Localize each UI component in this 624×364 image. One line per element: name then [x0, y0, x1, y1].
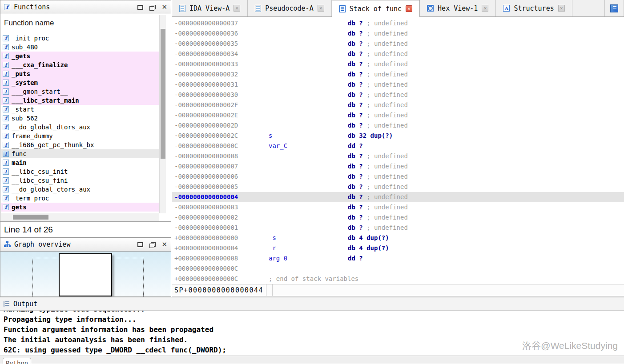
- stack-row[interactable]: -0000000000000036db ? ; undefined: [174, 28, 624, 39]
- stack-row[interactable]: -0000000000000032db ? ; undefined: [174, 69, 624, 80]
- view-tab[interactable]: ✕: [604, 0, 624, 16]
- maximize-icon[interactable]: [137, 5, 143, 10]
- tab-close-icon[interactable]: ✕: [482, 5, 488, 12]
- restore-icon[interactable]: [149, 242, 155, 247]
- stack-comment: ; undefined: [366, 40, 408, 47]
- maximize-icon[interactable]: [137, 242, 143, 247]
- stack-variable-name: arg_0: [269, 253, 348, 264]
- function-row[interactable]: f ___gmon_start__: [1, 87, 159, 96]
- function-row[interactable]: f ___cxa_finalize: [1, 60, 159, 69]
- stack-row[interactable]: +000000000000000C; end of stack variable…: [174, 274, 624, 284]
- python-cli-button[interactable]: Python: [3, 358, 31, 364]
- function-row[interactable]: f __libc_csu_fini: [1, 176, 159, 185]
- stack-directive: db 32 dup(?): [348, 132, 393, 139]
- function-row[interactable]: f sub_4B0: [1, 43, 159, 52]
- stack-row[interactable]: -000000000000002Csdb 32 dup(?): [174, 131, 624, 141]
- function-row[interactable]: f gets: [1, 203, 159, 212]
- stack-row[interactable]: -0000000000000037db ? ; undefined: [174, 18, 624, 28]
- function-name: __do_global_ctors_aux: [12, 186, 90, 193]
- tab-close-icon[interactable]: ✕: [318, 5, 324, 12]
- stack-row[interactable]: -0000000000000031db ? ; undefined: [174, 80, 624, 90]
- function-row[interactable]: f _start: [1, 105, 159, 114]
- tab-label: Pseudocode-A: [265, 4, 313, 12]
- stack-row[interactable]: -0000000000000006db ? ; undefined: [174, 172, 624, 182]
- function-row[interactable]: f _term_proc: [1, 194, 159, 203]
- stack-row[interactable]: -0000000000000002db ? ; undefined: [174, 212, 624, 223]
- function-name: ___libc_start_main: [12, 97, 79, 104]
- function-row[interactable]: f func: [1, 149, 159, 158]
- function-name: _init_proc: [12, 35, 49, 42]
- function-row[interactable]: f frame_dummy: [1, 132, 159, 140]
- stack-directive: db ?: [348, 204, 363, 211]
- stack-row[interactable]: -000000000000002Edb ? ; undefined: [174, 110, 624, 120]
- tab-close-icon[interactable]: ✕: [558, 5, 565, 12]
- stack-row[interactable]: -0000000000000008db ? ; undefined: [174, 151, 624, 161]
- stack-row[interactable]: -0000000000000007db ? ; undefined: [174, 161, 624, 172]
- hexview-icon: [427, 5, 434, 12]
- function-row[interactable]: f __i686_get_pc_thunk_bx: [1, 140, 159, 149]
- view-tab[interactable]: Hex View-1 ✕: [420, 0, 496, 16]
- stack-row[interactable]: -0000000000000004db ? ; undefined: [172, 192, 624, 202]
- close-icon[interactable]: ✕: [161, 242, 167, 247]
- stack-comment: ; undefined: [366, 122, 408, 129]
- stack-row[interactable]: -0000000000000030db ? ; undefined: [174, 90, 624, 100]
- function-name: __do_global_dtors_aux: [12, 124, 90, 131]
- function-row[interactable]: f __do_global_ctors_aux: [1, 185, 159, 194]
- stack-frame-view[interactable]: -0000000000000037db ? ; undefined-000000…: [172, 17, 624, 284]
- stack-row[interactable]: -0000000000000001db ? ; undefined: [174, 223, 624, 233]
- tab-close-icon[interactable]: ✕: [406, 5, 412, 12]
- graph-viewport-box[interactable]: [59, 253, 112, 296]
- function-row[interactable]: f main: [1, 158, 159, 167]
- function-row[interactable]: f _gets: [1, 52, 159, 60]
- function-icon: f: [3, 71, 9, 77]
- stack-offset: -0000000000000006: [174, 172, 269, 182]
- scrollbar-thumb[interactable]: [13, 215, 48, 220]
- function-row[interactable]: f __libc_csu_init: [1, 167, 159, 176]
- function-row[interactable]: f ___libc_start_main: [1, 96, 159, 105]
- view-tab[interactable]: A Structures ✕: [496, 0, 572, 16]
- function-row[interactable]: f _puts: [1, 69, 159, 78]
- stack-row[interactable]: -0000000000000034db ? ; undefined: [174, 49, 624, 59]
- function-row[interactable]: f _init_proc: [1, 34, 159, 43]
- stack-row[interactable]: +000000000000000C: [174, 264, 624, 274]
- view-tab[interactable]: IDA View-A ✕: [172, 0, 248, 16]
- disassembly-icon: [179, 5, 185, 12]
- stack-offset: -0000000000000037: [174, 18, 269, 28]
- scrollbar-thumb[interactable]: [161, 29, 165, 159]
- function-icon: f: [3, 160, 9, 166]
- stack-offset: -0000000000000008: [174, 151, 269, 161]
- stack-row[interactable]: -0000000000000003db ? ; undefined: [174, 202, 624, 212]
- stack-comment: ; undefined: [366, 224, 408, 231]
- stack-comment: ; undefined: [366, 60, 408, 68]
- view-tab[interactable]: Pseudocode-A ✕: [248, 0, 331, 16]
- stack-row[interactable]: -000000000000002Fdb ? ; undefined: [174, 100, 624, 110]
- function-row[interactable]: f __do_global_dtors_aux: [1, 123, 159, 132]
- restore-icon[interactable]: [149, 5, 155, 10]
- functions-horizontal-scrollbar[interactable]: [1, 213, 159, 221]
- stack-row[interactable]: +0000000000000008arg_0dd ?: [174, 253, 624, 264]
- stack-comment: ; undefined: [366, 101, 408, 108]
- stack-offset: +0000000000000004: [174, 243, 269, 253]
- stack-directive: db ?: [348, 224, 363, 231]
- stack-row[interactable]: -000000000000002Ddb ? ; undefined: [174, 120, 624, 131]
- function-row[interactable]: f sub_562: [1, 114, 159, 123]
- stack-row[interactable]: +0000000000000004 rdb 4 dup(?): [174, 243, 624, 253]
- function-name: sub_562: [12, 115, 38, 122]
- function-row[interactable]: f _system: [1, 78, 159, 87]
- stack-row[interactable]: -0000000000000033db ? ; undefined: [174, 59, 624, 69]
- function-icon: f: [3, 124, 9, 130]
- close-icon[interactable]: ✕: [161, 5, 167, 10]
- output-log[interactable]: Marking typical code sequences... Propag…: [0, 311, 624, 356]
- graph-overview-panel: Graph overview ✕: [0, 237, 171, 297]
- stack-row[interactable]: -0000000000000035db ? ; undefined: [174, 39, 624, 49]
- tab-close-icon[interactable]: ✕: [233, 5, 240, 12]
- stack-row[interactable]: -0000000000000005db ? ; undefined: [174, 182, 624, 192]
- view-tab[interactable]: Stack of func ✕: [332, 0, 420, 17]
- stack-row[interactable]: -000000000000000Cvar_Cdd ?: [174, 141, 624, 151]
- stack-comment: ; undefined: [366, 50, 408, 57]
- functions-vertical-scrollbar[interactable]: [159, 15, 166, 213]
- function-name: __libc_csu_init: [12, 168, 68, 175]
- functions-title: Functions: [14, 3, 50, 11]
- graph-overview-canvas[interactable]: [0, 252, 171, 297]
- stack-row[interactable]: +0000000000000000 sdb 4 dup(?): [174, 233, 624, 243]
